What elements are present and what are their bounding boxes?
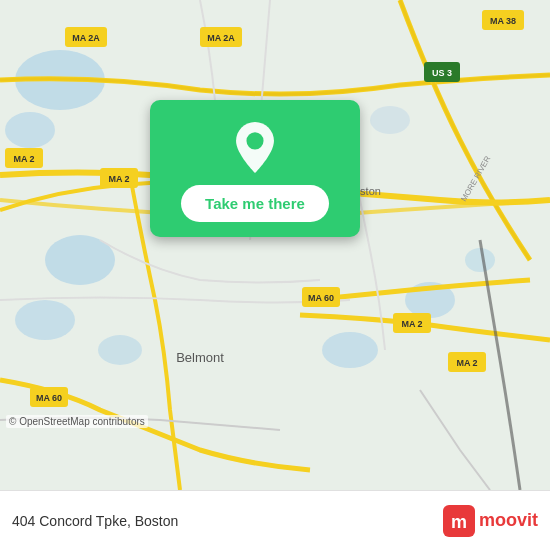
svg-text:US 3: US 3 xyxy=(432,68,452,78)
moovit-icon: m xyxy=(443,505,475,537)
svg-point-9 xyxy=(322,332,378,368)
bottom-bar: 404 Concord Tpke, Boston m moovit xyxy=(0,490,550,550)
svg-text:MA 2: MA 2 xyxy=(401,319,422,329)
svg-point-33 xyxy=(246,132,263,149)
moovit-name: moovit xyxy=(479,510,538,531)
svg-text:MA 2: MA 2 xyxy=(108,174,129,184)
take-me-there-button[interactable]: Take me there xyxy=(181,185,329,222)
svg-text:MA 2A: MA 2A xyxy=(207,33,235,43)
svg-text:MA 60: MA 60 xyxy=(308,293,334,303)
location-pin-icon xyxy=(230,120,280,175)
svg-point-4 xyxy=(15,300,75,340)
svg-point-6 xyxy=(370,106,410,134)
svg-text:MA 2: MA 2 xyxy=(13,154,34,164)
moovit-logo: m moovit xyxy=(443,505,538,537)
copyright-text: © OpenStreetMap contributors xyxy=(6,415,148,428)
svg-text:MA 38: MA 38 xyxy=(490,16,516,26)
svg-point-8 xyxy=(465,248,495,272)
location-card: Take me there xyxy=(150,100,360,237)
svg-text:MA 2A: MA 2A xyxy=(72,33,100,43)
svg-text:MA 2: MA 2 xyxy=(456,358,477,368)
map-container: MA 38 MA 2A MA 2A US 3 MA 2 MA 2 MA 60 M… xyxy=(0,0,550,490)
svg-text:m: m xyxy=(451,512,467,532)
svg-point-5 xyxy=(98,335,142,365)
svg-text:Belmont: Belmont xyxy=(176,350,224,365)
svg-text:MA 60: MA 60 xyxy=(36,393,62,403)
svg-point-2 xyxy=(5,112,55,148)
address-text: 404 Concord Tpke, Boston xyxy=(12,513,178,529)
